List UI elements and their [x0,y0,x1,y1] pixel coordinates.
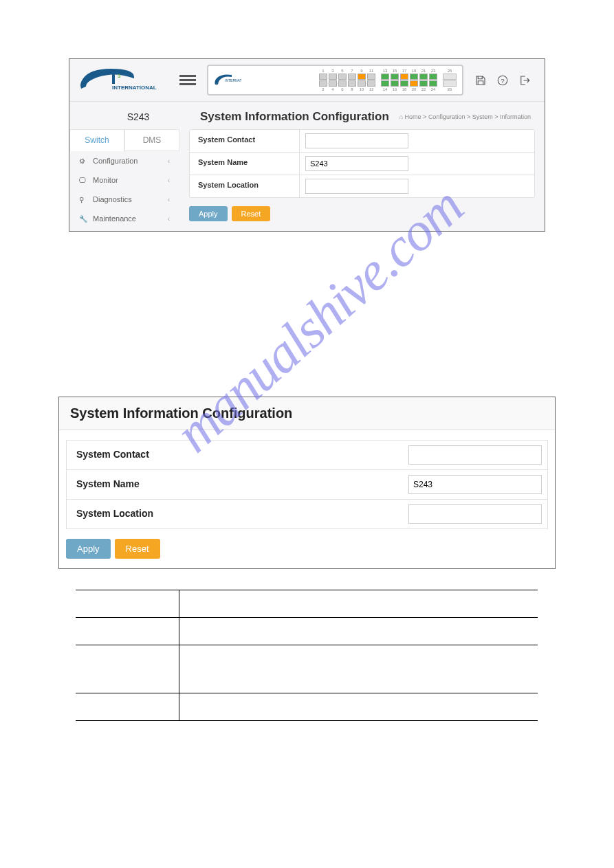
row-system-name: System Name [190,153,534,175]
label-system-name: System Name [67,470,403,499]
label-system-location: System Location [67,500,403,528]
menu-toggle-icon[interactable] [179,75,196,85]
nav-label: Maintenance [93,214,136,223]
chevron-left-icon: ‹ [168,157,170,165]
input-system-name[interactable] [305,156,408,171]
monitor-icon: 🖵 [79,177,87,184]
row-system-location: System Location [67,500,547,528]
input-system-contact[interactable] [408,445,542,465]
app-window: 3 INTERNATIONAL INTERNATIONAL 12 34 56 7… [69,58,545,232]
button-row: Apply Reset [59,529,555,568]
input-system-name[interactable] [408,475,542,494]
input-system-contact[interactable] [305,133,408,148]
crumb-home[interactable]: Home [405,113,421,120]
nav-diagnostics[interactable]: ⚲ Diagnostics ‹ [69,190,179,209]
row-system-contact: System Contact [190,130,534,153]
help-icon[interactable]: ? [496,74,509,87]
sidebar: Switch DMS ⚙ Configuration ‹ 🖵 Monitor ‹… [69,129,179,231]
row-system-contact: System Contact [67,441,547,470]
label-system-name: System Name [190,153,300,175]
svg-text:?: ? [501,76,505,84]
svg-point-1 [112,70,116,74]
apply-button[interactable]: Apply [66,539,111,559]
input-system-location[interactable] [408,504,542,524]
chevron-left-icon: ‹ [168,177,170,184]
row-system-name: System Name [67,470,547,500]
switch-port-panel: INTERNATIONAL 12 34 56 78 910 1112 1314 … [207,65,463,96]
definition-table [76,590,538,721]
save-icon[interactable] [474,74,487,87]
header-actions: ? [469,74,536,87]
tab-dms[interactable]: DMS [124,129,179,151]
nav-label: Monitor [93,176,118,184]
row-system-location: System Location [190,175,534,197]
panel-title: System Information Configuration [59,397,555,430]
label-system-location: System Location [190,175,300,197]
label-system-contact: System Contact [190,130,300,152]
apply-button[interactable]: Apply [189,206,228,221]
main-content: System Contact System Name System Locati… [179,129,545,231]
tab-switch[interactable]: Switch [69,129,124,151]
enlarged-panel: System Information Configuration System … [58,397,556,569]
sidebar-tabs: Switch DMS [69,129,179,151]
logout-icon[interactable] [518,74,531,87]
panel-logo-icon: INTERNATIONAL [214,72,241,89]
chevron-left-icon: ‹ [168,215,170,223]
home-icon[interactable]: ⌂ [399,113,403,120]
brand-logo: 3 INTERNATIONAL [78,65,174,96]
breadcrumb: ⌂ Home > Configuration > System > Inform… [399,113,531,120]
svg-text:INTERNATIONAL: INTERNATIONAL [112,85,157,91]
label-system-contact: System Contact [67,441,403,469]
button-row: Apply Reset [189,206,535,221]
wrench-icon: 🔧 [79,215,87,223]
nav-maintenance[interactable]: 🔧 Maintenance ‹ [69,209,179,228]
reset-button[interactable]: Reset [232,206,271,221]
crumb-info: Information [500,113,531,120]
header-bar: 3 INTERNATIONAL INTERNATIONAL 12 34 56 7… [69,59,545,102]
diagnostics-icon: ⚲ [79,196,87,203]
svg-text:3: 3 [118,73,121,79]
title-bar: S243 System Information Configuration ⌂ … [69,102,545,129]
nav-configuration[interactable]: ⚙ Configuration ‹ [69,151,179,170]
page-title: System Information Configuration [200,110,399,124]
port-grid: 12 34 56 78 910 1112 1314 1516 1718 1920… [241,69,457,91]
nav-label: Diagnostics [93,195,132,203]
device-name: S243 [83,111,193,122]
nav-label: Configuration [93,157,138,165]
chevron-left-icon: ‹ [168,196,170,203]
reset-button[interactable]: Reset [115,539,160,559]
config-form: System Contact System Name System Locati… [189,129,535,198]
config-form-large: System Contact System Name System Locati… [66,440,548,529]
i3-logo-icon: 3 INTERNATIONAL [78,65,167,96]
input-system-location[interactable] [305,179,408,194]
svg-text:INTERNATIONAL: INTERNATIONAL [225,78,241,82]
crumb-config[interactable]: Configuration [428,113,465,120]
gear-icon: ⚙ [79,157,87,165]
svg-rect-0 [112,74,115,84]
crumb-system[interactable]: System [472,113,493,120]
nav-monitor[interactable]: 🖵 Monitor ‹ [69,170,179,190]
